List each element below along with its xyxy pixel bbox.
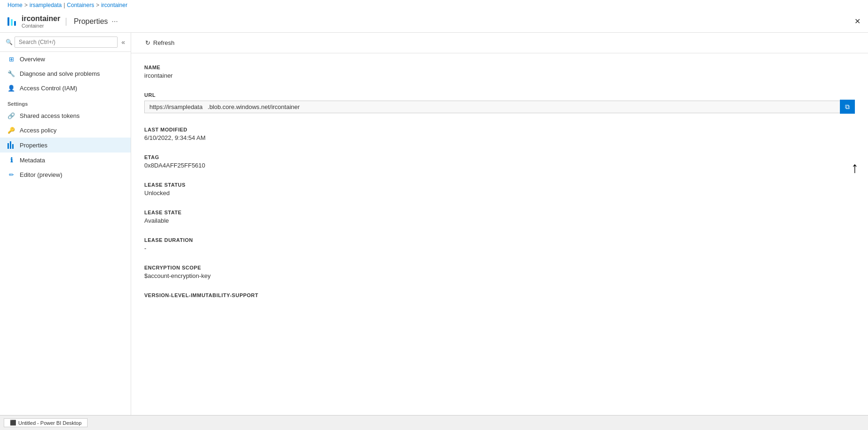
lease-duration-label: LEASE DURATION <box>144 237 855 243</box>
header-separator: | <box>65 16 67 26</box>
content-toolbar: ↻ Refresh <box>131 33 868 53</box>
sidebar-item-editor-label: Editor (preview) <box>20 171 62 178</box>
refresh-label: Refresh <box>153 39 175 46</box>
logo-bar-1 <box>7 17 9 26</box>
access-policy-icon: 🔑 <box>7 127 15 134</box>
resource-name: ircontainer <box>22 15 60 23</box>
refresh-icon: ↻ <box>145 39 150 46</box>
taskbar: ⬛ Untitled - Power BI Desktop <box>0 415 868 430</box>
version-field-section: VERSION-LEVEL-IMMUTABILITY-SUPPORT <box>144 292 855 298</box>
breadcrumb-pipe1: | <box>64 2 65 8</box>
encryption-scope-value: $account-encryption-key <box>144 272 855 279</box>
powerbi-icon: ⬛ <box>10 420 16 426</box>
sidebar-item-shared-access[interactable]: 🔗 Shared access tokens <box>0 109 131 123</box>
breadcrumb-home[interactable]: Home <box>7 2 22 8</box>
sidebar-item-access-control[interactable]: 👤 Access Control (IAM) <box>0 81 131 95</box>
settings-section-header: Settings <box>0 95 131 109</box>
breadcrumb-containers[interactable]: Containers <box>67 2 94 8</box>
encryption-scope-label: ENCRYPTION SCOPE <box>144 265 855 270</box>
taskbar-powerbi[interactable]: ⬛ Untitled - Power BI Desktop <box>4 418 88 427</box>
version-label: VERSION-LEVEL-IMMUTABILITY-SUPPORT <box>144 292 855 298</box>
refresh-button[interactable]: ↻ Refresh <box>141 37 179 48</box>
lease-state-field-section: LEASE STATE Available <box>144 210 855 224</box>
name-label: NAME <box>144 65 855 70</box>
collapse-button[interactable]: « <box>121 38 125 46</box>
close-button[interactable]: ✕ <box>854 17 861 26</box>
content-body: NAME ircontainer URL ⧉ LAST MODIFIED 6/1… <box>131 53 868 430</box>
etag-label: ETAG <box>144 154 855 160</box>
lease-duration-value: - <box>144 245 855 252</box>
metadata-icon: ℹ <box>7 156 15 164</box>
breadcrumb-sep2: > <box>96 2 99 8</box>
page-title: Properties <box>74 17 108 26</box>
sidebar-item-editor[interactable]: ✏ Editor (preview) <box>0 168 131 182</box>
copy-icon: ⧉ <box>845 103 850 111</box>
lease-state-label: LEASE STATE <box>144 210 855 215</box>
logo-bar-3 <box>14 21 16 26</box>
lease-status-value: Unlocked <box>144 189 855 197</box>
name-field-section: NAME ircontainer <box>144 65 855 79</box>
sidebar-search-container: 🔍 « <box>0 33 131 52</box>
url-input[interactable] <box>144 101 840 113</box>
breadcrumb-container[interactable]: ircontainer <box>101 2 127 8</box>
sidebar-item-properties[interactable]: Properties <box>0 138 131 153</box>
etag-value: 0x8DA4AFF25FF5610 <box>144 162 855 169</box>
taskbar-powerbi-label: Untitled - Power BI Desktop <box>18 420 82 426</box>
sidebar-item-diagnose[interactable]: 🔧 Diagnose and solve problems <box>0 66 131 81</box>
etag-field-section: ETAG 0x8DA4AFF25FF5610 <box>144 154 855 169</box>
last-modified-value: 6/10/2022, 9:34:54 AM <box>144 134 855 141</box>
logo-bar-2 <box>11 19 13 26</box>
breadcrumb: Home > irsampledata | Containers > ircon… <box>0 0 868 10</box>
lease-state-value: Available <box>144 217 855 224</box>
sidebar-item-overview-label: Overview <box>20 56 45 63</box>
shared-access-icon: 🔗 <box>7 112 15 119</box>
sidebar-item-overview[interactable]: ⊞ Overview <box>0 52 131 66</box>
sidebar-item-metadata[interactable]: ℹ Metadata <box>0 153 131 168</box>
sidebar-item-shared-access-label: Shared access tokens <box>20 112 80 119</box>
resource-type: Container <box>22 23 60 29</box>
url-field-section: URL ⧉ <box>144 92 855 114</box>
lease-duration-field-section: LEASE DURATION - <box>144 237 855 252</box>
editor-icon: ✏ <box>7 171 15 178</box>
search-icon: 🔍 <box>6 39 13 45</box>
more-button[interactable]: ··· <box>111 17 118 26</box>
top-bar: ircontainer Container | Properties ··· ✕ <box>0 10 868 33</box>
breadcrumb-storage[interactable]: irsampledata <box>30 2 62 8</box>
content-area: ↻ Refresh NAME ircontainer URL ⧉ LAST MO… <box>131 33 868 430</box>
sidebar-item-diagnose-label: Diagnose and solve problems <box>20 70 100 77</box>
properties-icon <box>7 141 15 149</box>
last-modified-label: LAST MODIFIED <box>144 127 855 132</box>
lease-status-label: LEASE STATUS <box>144 182 855 188</box>
main-layout: 🔍 « ⊞ Overview 🔧 Diagnose and solve prob… <box>0 33 868 430</box>
sidebar-item-access-policy[interactable]: 🔑 Access policy <box>0 123 131 138</box>
encryption-scope-field-section: ENCRYPTION SCOPE $account-encryption-key <box>144 265 855 279</box>
sidebar-item-metadata-label: Metadata <box>20 157 45 164</box>
last-modified-field-section: LAST MODIFIED 6/10/2022, 9:34:54 AM <box>144 127 855 141</box>
sidebar-item-access-policy-label: Access policy <box>20 127 57 134</box>
overview-icon: ⊞ <box>7 56 15 63</box>
sidebar-item-access-control-label: Access Control (IAM) <box>20 85 77 92</box>
url-label: URL <box>144 92 855 98</box>
diagnose-icon: 🔧 <box>7 70 15 77</box>
lease-status-field-section: LEASE STATUS Unlocked <box>144 182 855 197</box>
azure-logo <box>7 17 16 26</box>
url-container: ⧉ <box>144 100 855 114</box>
sidebar-item-properties-label: Properties <box>20 142 47 149</box>
sidebar: 🔍 « ⊞ Overview 🔧 Diagnose and solve prob… <box>0 33 131 430</box>
access-control-icon: 👤 <box>7 85 15 92</box>
name-value: ircontainer <box>144 72 855 79</box>
breadcrumb-sep1: > <box>24 2 28 8</box>
search-input[interactable] <box>15 36 118 48</box>
copy-url-button[interactable]: ⧉ <box>840 100 855 114</box>
